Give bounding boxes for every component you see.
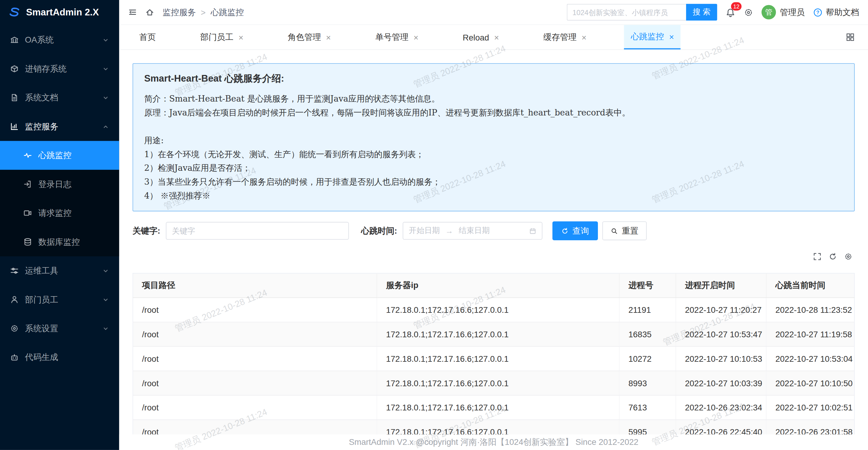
date-range-picker[interactable]: 开始日期 → 结束日期 [403,222,542,240]
chevron-down-icon [102,267,110,274]
tab-serial-mgmt[interactable]: 单号管理 × [369,25,425,50]
breadcrumb-item-current: 心跳监控 [211,7,244,18]
heartbeat-table: 项目路径 服务器ip 进程号 进程开启时间 心跳当前时间 /root 172.1… [133,273,855,444]
cell-path: /root [133,298,377,322]
refresh-icon[interactable] [829,252,837,261]
gear-icon [10,324,19,333]
sidebar-item-label: 部门员工 [25,294,58,305]
cell-ip: 172.18.0.1;172.17.16.6;127.0.0.1 [377,371,619,395]
table-header-row: 项目路径 服务器ip 进程号 进程开启时间 心跳当前时间 [133,273,855,298]
search-icon [611,227,618,235]
intro-line: 3）当某些业务只允许有一个服务启动的时候，用于排查是否别人也启动的服务； [144,175,843,189]
intro-line [144,120,843,134]
cell-pid: 21191 [619,298,676,322]
table-row: /root 172.18.0.1;172.17.16.6;127.0.0.1 2… [133,298,855,322]
breadcrumb-item[interactable]: 监控服务 [162,7,196,18]
cell-pid: 10272 [619,346,676,371]
gear-icon[interactable] [744,7,753,17]
notification-badge: 12 [731,2,742,10]
sidebar-submenu-monitor: 心跳监控 登录日志 请求监控 数据库监控 [0,141,119,256]
close-icon[interactable]: × [413,33,418,41]
tab-options[interactable] [846,25,855,50]
sidebar-item-label: 请求监控 [38,208,71,218]
tab-label: 首页 [139,32,156,42]
cell-start: 2022-10-27 10:03:39 [676,371,766,395]
cell-path: /root [133,346,377,371]
col-header-server-ip: 服务器ip [377,273,619,298]
sidebar: SmartAdmin 2.X OA系统 进销存系统 系统文档 监控服务 [0,0,119,450]
search-button[interactable]: 搜 索 [686,4,717,21]
sidebar-item-db-monitor[interactable]: 数据库监控 [0,228,119,256]
chevron-down-icon [102,65,110,72]
cell-heartbeat: 2022-10-27 11:19:58 [766,322,855,347]
home-icon[interactable] [145,8,154,17]
sidebar-item-settings[interactable]: 系统设置 [0,314,119,343]
logo-text: SmartAdmin 2.X [26,7,99,19]
document-icon [10,93,19,102]
keyword-input[interactable] [166,222,349,240]
question-circle-icon: ? [813,7,823,17]
reload-icon [561,227,568,235]
arrow-right-icon: → [445,227,453,235]
help-link[interactable]: ? 帮助文档 [813,7,859,18]
col-header-heartbeat-time: 心跳当前时间 [766,273,855,298]
date-start-placeholder: 开始日期 [409,226,440,236]
chevron-down-icon [102,325,110,332]
chevron-down-icon [102,296,110,303]
sidebar-item-label: 系统文档 [25,92,58,103]
close-icon[interactable]: × [669,32,674,41]
fullscreen-icon[interactable] [813,252,822,261]
close-icon[interactable]: × [238,33,243,41]
collapse-menu-icon[interactable] [128,8,137,17]
cell-pid: 8993 [619,371,676,395]
app-logo[interactable]: SmartAdmin 2.X [0,0,119,25]
tab-cache-mgmt[interactable]: 缓存管理 × [536,25,593,50]
tab-label: 部门员工 [200,32,234,42]
tab-home[interactable]: 首页 [133,25,162,50]
sidebar-item-ops-tools[interactable]: 运维工具 [0,256,119,285]
tab-reload[interactable]: Reload × [456,25,506,50]
intro-title: Smart-Heart-Beat 心跳服务介绍: [144,71,843,86]
sidebar-item-label: 运维工具 [25,265,58,276]
person-icon [10,295,19,304]
calendar-icon [529,227,536,235]
gear-icon[interactable] [844,252,852,261]
reset-button[interactable]: 重置 [602,221,647,240]
close-icon[interactable]: × [582,33,586,41]
keyword-label: 关键字: [133,226,160,236]
notifications[interactable]: 12 [725,7,735,18]
user-name: 管理员 [780,7,805,18]
sidebar-item-monitor[interactable]: 监控服务 [0,112,119,141]
heartbeat-pulse-icon [23,151,32,159]
global-search: 搜 索 [567,4,717,21]
sidebar-item-docs[interactable]: 系统文档 [0,83,119,112]
tab-role-mgmt[interactable]: 角色管理 × [281,25,338,50]
close-icon[interactable]: × [326,33,331,41]
sidebar-item-label: OA系统 [25,35,54,45]
sidebar-item-login-log[interactable]: 登录日志 [0,170,119,199]
tab-dept-staff[interactable]: 部门员工 × [194,25,250,50]
main-area: 监控服务 > 心跳监控 搜 索 12 管 管理员 [119,0,868,450]
cell-path: /root [133,395,377,420]
sidebar-item-request-monitor[interactable]: 请求监控 [0,199,119,227]
heartbeat-time-label: 心跳时间: [361,226,397,236]
intro-line: 用途: [144,133,843,148]
svg-text:?: ? [816,9,819,15]
query-button[interactable]: 查询 [552,221,598,240]
cell-ip: 172.18.0.1;172.17.16.6;127.0.0.1 [377,322,619,347]
sidebar-item-inventory[interactable]: 进销存系统 [0,54,119,83]
sidebar-item-oa[interactable]: OA系统 [0,25,119,54]
close-icon[interactable]: × [494,33,499,41]
sidebar-item-staff[interactable]: 部门员工 [0,285,119,314]
user-menu[interactable]: 管 管理员 [762,5,805,20]
cell-ip: 172.18.0.1;172.17.16.6;127.0.0.1 [377,298,619,322]
robot-icon [10,353,19,362]
sidebar-item-heartbeat[interactable]: 心跳监控 [0,141,119,170]
tab-heartbeat-monitor[interactable]: 心跳监控 × [624,25,681,50]
sidebar-item-codegen[interactable]: 代码生成 [0,343,119,372]
box-icon [10,64,19,73]
avatar: 管 [762,5,776,20]
search-input[interactable] [567,4,686,21]
intro-line: 简介：Smart-Heart-Beat 是心跳服务，用于监测Java应用的状态等… [144,92,843,106]
topbar-right: 搜 索 12 管 管理员 ? 帮助文档 [567,4,859,21]
